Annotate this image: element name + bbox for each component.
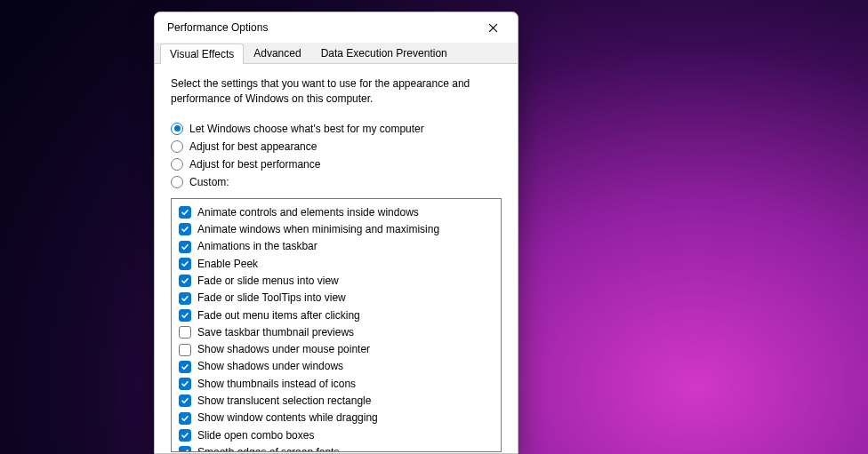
- radio-icon: [171, 176, 183, 188]
- window-title: Performance Options: [167, 21, 268, 34]
- list-item-label: Animate windows when minimising and maxi…: [197, 222, 439, 237]
- list-item[interactable]: Smooth edges of screen fonts: [179, 444, 497, 452]
- checkbox-unchecked-icon: [179, 326, 191, 339]
- radio-option[interactable]: Adjust for best appearance: [171, 138, 502, 155]
- list-item-label: Slide open combo boxes: [197, 428, 314, 443]
- tab-data-execution-prevention[interactable]: Data Execution Prevention: [311, 43, 457, 63]
- list-item-label: Fade or slide menus into view: [197, 274, 339, 289]
- titlebar: Performance Options: [155, 12, 518, 43]
- tab-advanced[interactable]: Advanced: [244, 43, 310, 63]
- list-item[interactable]: Show shadows under mouse pointer: [179, 341, 497, 358]
- list-item[interactable]: Show shadows under windows: [179, 358, 497, 375]
- radio-icon: [171, 158, 183, 171]
- radio-option[interactable]: Adjust for best performance: [171, 155, 502, 173]
- list-item[interactable]: Fade or slide menus into view: [179, 273, 497, 290]
- radio-group: Let Windows choose what's best for my co…: [171, 120, 502, 191]
- close-icon: [488, 23, 498, 33]
- radio-label: Adjust for best performance: [189, 158, 320, 171]
- tabstrip: Visual EffectsAdvancedData Execution Pre…: [155, 43, 518, 64]
- radio-option[interactable]: Custom:: [171, 173, 502, 191]
- description-text: Select the settings that you want to use…: [171, 76, 491, 108]
- radio-option[interactable]: Let Windows choose what's best for my co…: [171, 120, 502, 138]
- list-item-label: Fade or slide ToolTips into view: [197, 291, 346, 306]
- radio-label: Custom:: [189, 176, 229, 188]
- list-item-label: Show shadows under mouse pointer: [197, 342, 370, 357]
- list-item-label: Show translucent selection rectangle: [197, 394, 371, 409]
- list-item-label: Smooth edges of screen fonts: [197, 445, 339, 452]
- desktop-background: Performance Options Visual EffectsAdvanc…: [0, 0, 868, 454]
- list-item-label: Show thumbnails instead of icons: [197, 377, 356, 392]
- list-item-label: Save taskbar thumbnail previews: [197, 325, 354, 340]
- list-item[interactable]: Show window contents while dragging: [179, 410, 497, 426]
- checkbox-checked-icon: [179, 241, 191, 253]
- list-item[interactable]: Save taskbar thumbnail previews: [179, 324, 497, 341]
- list-item-label: Show shadows under windows: [197, 359, 343, 374]
- list-item-label: Fade out menu items after clicking: [197, 308, 360, 323]
- list-item[interactable]: Fade or slide ToolTips into view: [179, 290, 497, 307]
- checkbox-checked-icon: [179, 309, 191, 322]
- list-item[interactable]: Slide open combo boxes: [179, 427, 497, 444]
- checkbox-checked-icon: [179, 206, 191, 219]
- checkbox-unchecked-icon: [179, 344, 191, 356]
- list-item-label: Enable Peek: [197, 257, 258, 272]
- checkbox-checked-icon: [179, 258, 191, 270]
- performance-options-dialog: Performance Options Visual EffectsAdvanc…: [154, 12, 518, 454]
- checkbox-checked-icon: [179, 394, 191, 407]
- list-item[interactable]: Show translucent selection rectangle: [179, 393, 497, 410]
- visual-effects-listbox[interactable]: Animate controls and elements inside win…: [171, 198, 502, 452]
- checkbox-checked-icon: [179, 275, 191, 287]
- checkbox-checked-icon: [179, 223, 191, 235]
- close-button[interactable]: [473, 14, 512, 41]
- list-item[interactable]: Animate controls and elements inside win…: [179, 204, 497, 221]
- checkbox-checked-icon: [179, 412, 191, 425]
- list-item-label: Show window contents while dragging: [197, 410, 378, 426]
- checkbox-checked-icon: [179, 446, 191, 451]
- list-item[interactable]: Enable Peek: [179, 256, 497, 273]
- checkbox-checked-icon: [179, 429, 191, 442]
- list-item[interactable]: Fade out menu items after clicking: [179, 307, 497, 324]
- tab-visual-effects[interactable]: Visual Effects: [160, 44, 244, 64]
- list-item[interactable]: Animate windows when minimising and maxi…: [179, 221, 497, 238]
- list-item[interactable]: Show thumbnails instead of icons: [179, 376, 497, 393]
- checkbox-checked-icon: [179, 292, 191, 305]
- radio-label: Adjust for best appearance: [189, 140, 317, 153]
- radio-label: Let Windows choose what's best for my co…: [189, 123, 424, 135]
- radio-icon: [171, 123, 183, 135]
- list-item[interactable]: Animations in the taskbar: [179, 238, 497, 255]
- checkbox-checked-icon: [179, 378, 191, 390]
- radio-icon: [171, 140, 183, 153]
- tab-content: Select the settings that you want to use…: [155, 64, 518, 452]
- list-item-label: Animate controls and elements inside win…: [197, 205, 419, 220]
- list-item-label: Animations in the taskbar: [197, 239, 317, 254]
- checkbox-checked-icon: [179, 361, 191, 373]
